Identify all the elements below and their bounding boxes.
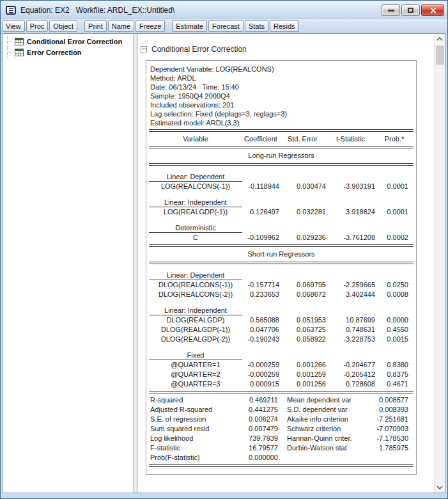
variable-name: @QUARTER=3	[149, 379, 242, 389]
results-tree-sidebar: Conditional Error CorrectionError Correc…	[3, 34, 134, 493]
prob-value: 0.8375	[375, 370, 413, 379]
regressor-group-label: Deterministic	[149, 223, 242, 233]
stat-value: -7.070903	[364, 424, 413, 434]
std-error-value: 0.001266	[279, 360, 326, 370]
variable-name: @QUARTER=2	[149, 370, 242, 379]
summary-stat-row: Prob(F-statistic)0.000000	[149, 453, 413, 463]
coefficient-row: DLOG(REALGDP)0.5650880.05195310.876990.0…	[149, 315, 413, 325]
double-rule	[149, 262, 413, 264]
variable-name: DLOG(REALCONS(-1))	[149, 280, 242, 290]
t-statistic-value: 10.87699	[326, 315, 375, 325]
toolbar-button-name[interactable]: Name	[108, 20, 134, 32]
titlebar[interactable]: Equation: EX2 Workfile: ARDL_EX::Untitle…	[1, 1, 447, 19]
stat-label: Akaike info criterion	[278, 415, 364, 424]
t-statistic-value: -0.205412	[326, 370, 375, 379]
coefficient-row: LOG(REALGDP(-1))0.1264970.0322813.918624…	[149, 207, 413, 217]
double-rule	[149, 464, 413, 467]
regressor-group-label: Fixed	[149, 351, 242, 360]
t-statistic-value: 3.402444	[326, 290, 375, 299]
double-rule	[149, 163, 413, 166]
coefficient-value: 0.000915	[242, 379, 279, 389]
stat-value: 0.008393	[364, 405, 413, 415]
toolbar-button-resids[interactable]: Resids	[270, 20, 299, 32]
regressor-group-header: Deterministic	[149, 223, 413, 233]
sidebar-item-label: Error Correction	[27, 49, 82, 56]
toolbar-button-view[interactable]: View	[2, 20, 25, 32]
t-statistic-value: -3.228753	[326, 335, 375, 344]
minimize-button[interactable]	[382, 4, 400, 16]
summary-stat-row: F-statistic16.79577Durbin-Watson stat1.7…	[149, 443, 413, 453]
regressor-group-label: Linear: Dependent	[149, 271, 242, 280]
t-statistic-value: -3.761208	[326, 233, 375, 242]
report-info-line: Method: ARDL	[149, 74, 413, 83]
scroll-down-button[interactable]	[435, 482, 445, 493]
stat-value: 0.469211	[226, 395, 278, 405]
stat-label	[278, 453, 364, 463]
restore-icon	[408, 8, 413, 13]
coefficient-row: DLOG(REALCONS(-2))0.2336530.0686723.4024…	[149, 290, 413, 299]
coefficient-value: -0.118944	[242, 182, 279, 191]
report-info-line: Dependent Variable: LOG(REALCONS)	[149, 65, 413, 74]
std-error-value: 0.063725	[279, 325, 326, 335]
stat-value: 16.79577	[226, 443, 278, 453]
regression-output-table: Dependent Variable: LOG(REALCONS)Method:…	[146, 60, 417, 475]
stat-label: S.D. dependent var	[278, 405, 364, 415]
summary-stat-row: Sum squared resid0.007479Schwarz criteri…	[149, 424, 413, 434]
column-header-t-statistic: t-Statistic	[326, 134, 375, 144]
close-button[interactable]	[421, 4, 444, 16]
toolbar-button-forecast[interactable]: Forecast	[208, 20, 243, 32]
scrollbar-thumb[interactable]	[436, 45, 444, 65]
coefficient-value: -0.190243	[242, 335, 279, 344]
restore-button[interactable]	[401, 4, 420, 16]
sidebar-item-label: Conditional Error Correction	[27, 38, 122, 45]
main-panel: Conditional Error Correction Dependent V…	[137, 34, 434, 493]
column-header-coefficient: Coefficient	[242, 134, 279, 144]
t-statistic-value: 0.748631	[326, 325, 375, 335]
variable-name: DLOG(REALGDP)	[149, 315, 242, 325]
toolbar-button-freeze[interactable]: Freeze	[135, 20, 165, 32]
coefficient-row: @QUARTER=2-0.0002590.001259-0.2054120.83…	[149, 370, 413, 379]
coefficient-row: @QUARTER=30.0009150.0012560.7286080.4671	[149, 379, 413, 389]
table-view-icon	[15, 49, 24, 56]
toolbar-button-proc[interactable]: Proc	[26, 20, 49, 32]
variable-name: DLOG(REALGDP(-2))	[149, 335, 242, 344]
regressor-group-header: Fixed	[149, 351, 413, 360]
std-error-value: 0.001256	[279, 379, 326, 389]
regressor-group-label: Linear: Independent	[149, 198, 242, 207]
variable-name: LOG(REALGDP(-1))	[149, 207, 242, 217]
coefficient-row: @QUARTER=1-0.0002590.001266-0.2046770.83…	[149, 360, 413, 370]
toolbar-button-estimate[interactable]: Estimate	[172, 20, 207, 32]
stat-label: Log likelihood	[149, 434, 226, 443]
sidebar-item-error-correction[interactable]: Error Correction	[3, 47, 134, 58]
output-section-title: Conditional Error Correction	[151, 45, 247, 54]
table-view-icon	[15, 38, 24, 45]
toolbar-button-object[interactable]: Object	[49, 20, 77, 32]
stat-label: Durbin-Watson stat	[278, 443, 364, 453]
prob-value: 0.4671	[375, 379, 413, 389]
stat-label: Hannan-Quinn criter.	[278, 434, 364, 443]
toolbar-button-stats[interactable]: Stats	[245, 20, 268, 32]
regressor-group-label: Linear: Dependent	[149, 172, 242, 182]
vertical-scrollbar[interactable]	[434, 34, 445, 493]
coefficient-value: 0.233653	[242, 290, 279, 299]
toolbar-button-print[interactable]: Print	[84, 20, 107, 32]
stat-value: 0.008577	[364, 395, 413, 405]
prob-value: 0.0000	[375, 315, 413, 325]
scroll-up-button[interactable]	[435, 34, 445, 44]
collapse-icon[interactable]	[141, 46, 147, 52]
sidebar-item-conditional-error-correction[interactable]: Conditional Error Correction	[3, 36, 134, 47]
summary-stat-row: Adjusted R-squared0.441275S.D. dependent…	[149, 405, 413, 415]
stat-label: R-squared	[149, 395, 226, 405]
stat-value: -7.178530	[364, 434, 413, 443]
t-statistic-value: 3.918624	[326, 207, 375, 217]
summary-stat-row: R-squared0.469211Mean dependent var0.008…	[149, 395, 413, 405]
eviews-equation-window: Equation: EX2 Workfile: ARDL_EX::Untitle…	[0, 0, 448, 499]
stat-value	[364, 453, 413, 463]
prob-value: 0.0250	[375, 280, 413, 290]
tree-branch-line	[7, 36, 14, 47]
coefficient-value: -0.157714	[242, 280, 279, 290]
coefficient-row: DLOG(REALGDP(-2))-0.1902430.058922-3.228…	[149, 335, 413, 344]
chevron-down-icon	[436, 486, 443, 489]
regressor-group-header: Linear: Dependent	[149, 271, 413, 280]
regressor-group-header: Linear: Independent	[149, 306, 413, 315]
